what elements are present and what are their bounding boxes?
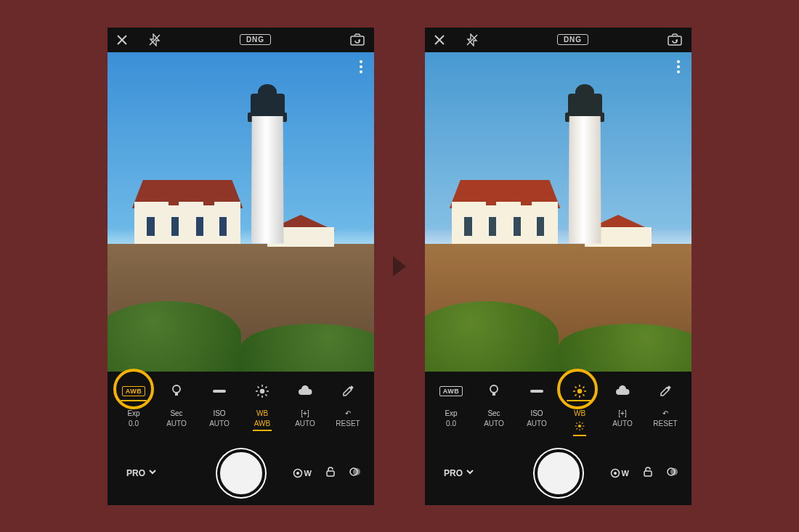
bottom-row: PRO W <box>112 446 370 501</box>
svg-line-30 <box>575 386 577 388</box>
bottom-row: PRO W <box>429 446 687 501</box>
cloud-icon <box>615 385 630 397</box>
wb-preset-awb[interactable]: AWB <box>118 377 150 406</box>
raw-toggle[interactable]: W <box>293 468 312 478</box>
switch-camera-icon[interactable] <box>349 33 365 46</box>
raw-icon <box>610 468 620 478</box>
svg-point-45 <box>614 472 617 475</box>
svg-rect-23 <box>492 393 495 396</box>
raw-badge-label: W <box>622 469 629 478</box>
chevron-down-icon <box>148 467 157 478</box>
svg-rect-3 <box>175 393 178 396</box>
close-icon[interactable] <box>434 34 445 46</box>
shutter-button[interactable] <box>217 449 265 497</box>
close-icon[interactable] <box>116 34 128 46</box>
param-reset[interactable]: ↶RESET <box>648 409 683 428</box>
param-sec[interactable]: SecAUTO <box>476 409 511 428</box>
svg-line-12 <box>258 394 259 396</box>
title-bar: DNG <box>425 28 691 52</box>
svg-line-43 <box>582 422 583 423</box>
controls-panel: AWB Exp0.0 SecAUTO ISOAUTO WBAWB <box>108 372 374 505</box>
svg-line-41 <box>582 428 583 429</box>
svg-rect-21 <box>668 36 681 45</box>
params-row: Exp0.0 SecAUTO ISOAUTO WBAWB [+]AUTO ↶RE… <box>112 409 370 446</box>
param-sec[interactable]: SecAUTO <box>159 409 194 428</box>
raw-toggle[interactable]: W <box>610 468 629 478</box>
bulb-icon <box>171 384 182 398</box>
svg-point-35 <box>578 424 581 427</box>
param-exp[interactable]: Exp0.0 <box>434 409 469 428</box>
wb-preset-custom[interactable] <box>332 377 364 406</box>
raw-icon <box>293 468 303 478</box>
wb-preset-fluorescent[interactable] <box>203 377 235 406</box>
wb-preset-fluorescent[interactable] <box>521 377 553 406</box>
fluorescent-icon <box>211 388 227 395</box>
wb-preset-row: AWB <box>429 373 687 409</box>
svg-point-2 <box>173 385 180 393</box>
flash-off-icon[interactable] <box>466 33 479 46</box>
awb-label: AWB <box>122 386 146 396</box>
lock-open-icon[interactable] <box>642 466 654 480</box>
svg-line-33 <box>583 386 584 388</box>
svg-point-5 <box>260 388 264 393</box>
param-wb[interactable]: WB <box>562 409 597 436</box>
sun-icon <box>255 384 269 398</box>
sun-icon <box>575 425 585 433</box>
wb-preset-incandescent[interactable] <box>161 377 192 406</box>
viewfinder[interactable] <box>425 52 691 372</box>
svg-line-31 <box>583 394 584 396</box>
mode-label: PRO <box>444 468 463 478</box>
mode-selector[interactable]: PRO <box>126 467 157 478</box>
shutter-button[interactable] <box>535 449 583 497</box>
params-row: Exp0.0 SecAUTO ISOAUTO WB [+]AUTO ↶RESET <box>429 409 687 446</box>
svg-point-48 <box>670 468 678 475</box>
wb-preset-custom[interactable] <box>649 377 681 406</box>
overflow-menu-icon[interactable] <box>671 58 686 75</box>
param-iso[interactable]: ISOAUTO <box>202 409 237 428</box>
svg-line-42 <box>576 428 577 429</box>
param-exp[interactable]: Exp0.0 <box>116 409 151 428</box>
fluorescent-icon <box>529 388 545 395</box>
wb-preset-row: AWB <box>112 373 370 409</box>
param-iso[interactable]: ISOAUTO <box>519 409 554 428</box>
scene-lighthouse <box>246 84 289 244</box>
mode-label: PRO <box>126 468 145 478</box>
overlay-icon[interactable] <box>667 466 678 480</box>
svg-line-13 <box>265 386 267 388</box>
mode-selector[interactable]: PRO <box>444 467 474 478</box>
svg-line-10 <box>258 386 259 388</box>
format-badge[interactable]: DNG <box>240 34 271 45</box>
param-focus[interactable]: [+]AUTO <box>288 409 323 428</box>
svg-line-11 <box>265 394 267 396</box>
preview-image <box>108 52 374 372</box>
wb-preset-incandescent[interactable] <box>478 377 510 406</box>
controls-panel: AWB Exp0.0 SecAUTO ISOAUTO <box>425 372 691 505</box>
raw-badge-label: W <box>304 469 312 478</box>
viewfinder[interactable] <box>108 52 374 372</box>
svg-line-32 <box>575 394 577 396</box>
eyedropper-icon <box>341 385 354 398</box>
param-reset[interactable]: ↶RESET <box>330 409 365 428</box>
wb-preset-daylight[interactable] <box>564 377 596 406</box>
overlay-icon[interactable] <box>349 466 361 480</box>
phone-right: DNG AWB <box>425 28 691 505</box>
wb-preset-cloudy[interactable] <box>607 377 638 406</box>
param-wb[interactable]: WBAWB <box>245 409 280 431</box>
title-bar: DNG <box>108 28 374 52</box>
wb-preset-awb[interactable]: AWB <box>435 377 467 406</box>
chevron-down-icon <box>466 467 474 478</box>
lock-open-icon[interactable] <box>325 466 336 480</box>
phone-left: DNG AWB <box>108 28 374 505</box>
eyedropper-icon <box>659 385 672 398</box>
svg-rect-17 <box>327 471 334 476</box>
bulb-icon <box>488 384 500 398</box>
switch-camera-icon[interactable] <box>667 33 683 46</box>
param-focus[interactable]: [+]AUTO <box>605 409 640 428</box>
wb-preset-cloudy[interactable] <box>289 377 321 406</box>
format-badge[interactable]: DNG <box>557 34 588 45</box>
flash-off-icon[interactable] <box>148 33 161 46</box>
wb-preset-daylight[interactable] <box>246 377 278 406</box>
overflow-menu-icon[interactable] <box>354 58 368 75</box>
svg-rect-46 <box>644 471 652 476</box>
svg-point-19 <box>353 468 360 475</box>
